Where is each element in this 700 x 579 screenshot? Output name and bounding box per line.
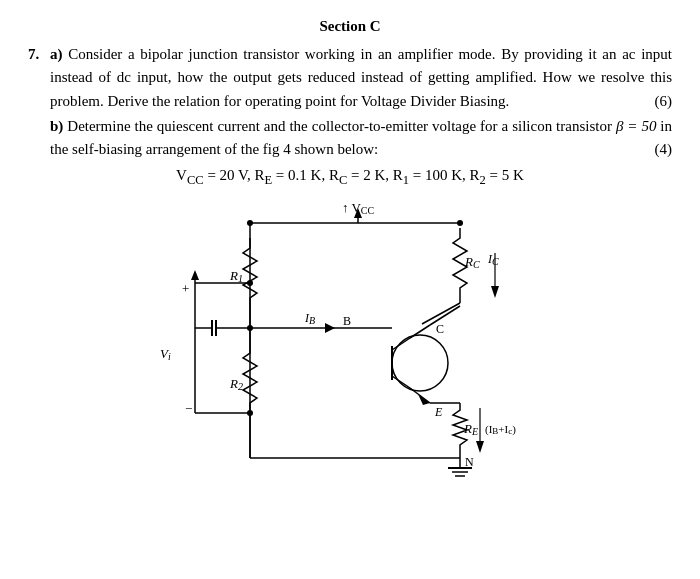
svg-marker-21 [191, 270, 199, 280]
ic-label: IC [487, 252, 499, 267]
e-label: E [434, 405, 443, 419]
svg-point-40 [247, 220, 253, 226]
part-a-marks: (6) [655, 90, 673, 113]
b-label: B [343, 314, 351, 328]
svg-marker-36 [476, 441, 484, 453]
part-a-label: a) [50, 46, 63, 62]
svg-line-27 [392, 338, 410, 350]
svg-marker-33 [418, 394, 430, 405]
svg-point-39 [247, 410, 253, 416]
plus-terminal: + [182, 281, 189, 296]
r2-label: R2 [229, 376, 243, 392]
svg-point-24 [392, 335, 448, 391]
svg-line-28 [422, 303, 460, 324]
svg-point-38 [247, 280, 253, 286]
part-a-text: Consider a bipolar junction transistor w… [50, 46, 672, 109]
minus-terminal: − [185, 401, 192, 416]
part-b-text1: Determine the quiescent current and the … [67, 118, 612, 134]
question-number: 7. [28, 43, 50, 66]
circuit-diagram: ↑ VCC R1 R2 IB B [28, 198, 672, 488]
svg-line-30 [430, 306, 460, 325]
svg-marker-6 [325, 323, 335, 333]
part-b-marks: (4) [655, 138, 673, 161]
circuit-svg: ↑ VCC R1 R2 IB B [140, 198, 560, 488]
ib-label: IB [304, 311, 315, 326]
r1-label: R1 [229, 268, 243, 284]
svg-point-41 [457, 220, 463, 226]
n-label: N [465, 455, 474, 469]
vi-label: Vi [160, 346, 171, 362]
part-b-label: b) [50, 118, 63, 134]
svg-line-31 [392, 376, 410, 388]
formula-line: VCC = 20 V, RE = 0.1 K, RC = 2 K, R1 = 1… [28, 167, 672, 188]
beta-value: β = 50 [616, 118, 660, 134]
c-label: C [436, 322, 444, 336]
section-title: Section C [28, 18, 672, 35]
ie-label: (IB+Ic) [485, 423, 516, 436]
svg-marker-23 [491, 286, 499, 298]
svg-point-37 [247, 325, 253, 331]
